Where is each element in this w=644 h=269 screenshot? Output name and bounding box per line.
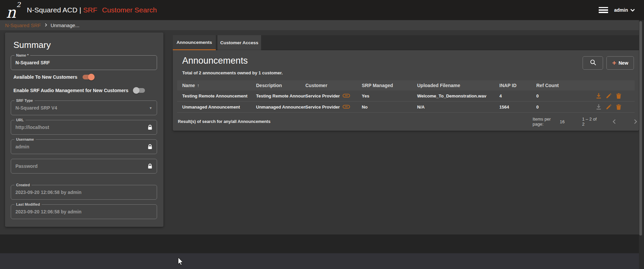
tab-announcements[interactable]: Announcements [173, 35, 216, 50]
name-field: Name * [11, 55, 157, 70]
summary-panel: Summary Name * Available To New Customer… [5, 32, 163, 227]
cell-ref-count: 0 [536, 93, 584, 98]
paginator-range: 1 – 2 of 2 [582, 117, 597, 127]
url-input [11, 120, 157, 134]
row-actions [584, 93, 635, 99]
cell-srp-managed: No [362, 105, 417, 110]
lock-icon[interactable] [148, 125, 152, 130]
srf-type-label: SRF Type [14, 98, 35, 103]
cell-customer: Service Provider [305, 105, 362, 110]
application-window: n2 N-Squared ACD | SRF Customer Search a… [0, 0, 644, 269]
bottom-strip [0, 253, 644, 269]
previous-page-icon[interactable] [611, 118, 618, 125]
table-header-row: Name↑ Description Customer SRP Managed U… [177, 80, 635, 90]
available-to-new-customers-toggle[interactable] [82, 74, 95, 80]
next-page-icon[interactable] [632, 118, 639, 125]
items-per-page-select[interactable]: 16 [560, 119, 564, 124]
available-to-new-customers-label: Available To New Customers [13, 74, 78, 80]
summary-title: Summary [13, 40, 51, 50]
search-icon [589, 59, 597, 67]
search-button[interactable] [583, 56, 603, 70]
enable-srf-audio-row: Enable SRF Audio Management for New Cust… [13, 86, 146, 94]
action-bar: Delete Back to SRFs Save [0, 234, 644, 253]
column-header-name[interactable]: Name↑ [177, 83, 256, 88]
cell-ref-count: 0 [536, 105, 584, 110]
hamburger-menu-icon[interactable] [599, 7, 608, 13]
column-header-srp-managed[interactable]: SRP Managed [362, 83, 417, 88]
cell-name: Unmanaged Announcement [177, 105, 256, 110]
table-row[interactable]: Testing Remote Announcement Testing Remo… [177, 90, 635, 102]
breadcrumb: N-Squared SRF Unmanage... [0, 20, 644, 30]
breadcrumb-root-link[interactable]: N-Squared SRF [5, 22, 41, 28]
announcements-title: Announcements [182, 56, 248, 66]
app-title: N-Squared ACD | SRF [27, 0, 97, 20]
table-row[interactable]: Unmanaged Announcement Unmanaged Announc… [177, 102, 635, 113]
scrollbar-thumb[interactable] [639, 21, 642, 236]
sort-ascending-icon: ↑ [197, 83, 199, 88]
last-modified-value [11, 205, 157, 219]
dropdown-caret-icon: ▼ [149, 106, 152, 110]
cell-inap-id: 1564 [499, 105, 536, 110]
new-button[interactable]: + New [606, 56, 634, 70]
column-header-description[interactable]: Description [256, 83, 305, 88]
plus-icon: + [612, 60, 616, 66]
vertical-scrollbar[interactable] [639, 20, 644, 269]
column-header-inap-id[interactable]: INAP ID [499, 83, 536, 88]
enable-srf-audio-toggle[interactable] [133, 87, 146, 94]
delete-trash-icon[interactable] [616, 104, 621, 110]
last-modified-field: Last Modified [11, 204, 157, 219]
cell-description: Unmanaged Announcement [256, 105, 305, 110]
name-field-label: Name * [14, 53, 30, 57]
user-menu-label: admin [614, 7, 628, 13]
link-icon[interactable] [343, 105, 350, 110]
announcements-table: Name↑ Description Customer SRP Managed U… [177, 80, 635, 113]
cell-uploaded-filename: N/A [417, 105, 499, 110]
lock-icon[interactable] [148, 163, 152, 169]
name-input[interactable] [11, 56, 157, 70]
tab-customer-access[interactable]: Customer Access [217, 35, 261, 50]
delete-trash-icon[interactable] [616, 93, 621, 99]
new-button-label: New [618, 60, 628, 66]
url-label: URL [14, 118, 26, 122]
items-per-page-label: Items per page: [533, 117, 558, 127]
edit-pencil-icon[interactable] [606, 93, 611, 98]
column-header-ref-count[interactable]: Ref Count [536, 83, 584, 88]
cell-srp-managed: Yes [362, 93, 417, 98]
paginator: Items per page: 16 1 – 2 of 2 [533, 117, 639, 126]
cell-name: Testing Remote Announcement [177, 93, 256, 98]
username-input [11, 140, 157, 154]
customer-search-link[interactable]: Customer Search [102, 0, 157, 20]
row-actions [584, 104, 635, 110]
edit-pencil-icon[interactable] [606, 104, 611, 110]
results-summary-text: Result(s) of search for any/all Announce… [178, 119, 270, 124]
srf-type-field: SRF Type ▼ [11, 100, 157, 115]
cell-customer: Service Provider [305, 93, 362, 98]
announcements-panel: Announcements Total of 2 announcements o… [173, 50, 639, 131]
cell-uploaded-filename: Welcome_To_Demonstration.wav [417, 93, 499, 98]
announcements-subtitle: Total of 2 announcements owned by 1 cust… [182, 70, 283, 75]
breadcrumb-chevron-icon [44, 22, 48, 28]
enable-srf-audio-label: Enable SRF Audio Management for New Cust… [13, 88, 129, 93]
created-field: Created [11, 185, 157, 200]
created-value [11, 185, 157, 199]
column-header-uploaded-filename[interactable]: Uploaded Filename [417, 83, 499, 88]
cell-description: Testing Remote Announcement [256, 93, 305, 98]
lock-icon[interactable] [148, 144, 152, 149]
username-label: Username [14, 137, 36, 141]
user-menu[interactable]: admin [614, 0, 635, 20]
srf-type-select [11, 101, 157, 115]
url-field: URL [11, 120, 157, 135]
app-title-srf: SRF [83, 6, 97, 14]
chevron-down-icon [630, 7, 635, 13]
last-modified-label: Last Modified [14, 202, 42, 206]
column-header-customer[interactable]: Customer [305, 83, 362, 88]
n-squared-logo: n2 [6, 1, 20, 22]
password-field [11, 159, 157, 174]
username-field: Username [11, 139, 157, 154]
link-icon[interactable] [343, 93, 350, 98]
breadcrumb-current: Unmanage... [51, 22, 80, 28]
download-icon[interactable] [596, 93, 601, 99]
created-label: Created [14, 183, 32, 187]
available-to-new-customers-row: Available To New Customers [13, 73, 95, 81]
download-icon-disabled [596, 104, 601, 110]
